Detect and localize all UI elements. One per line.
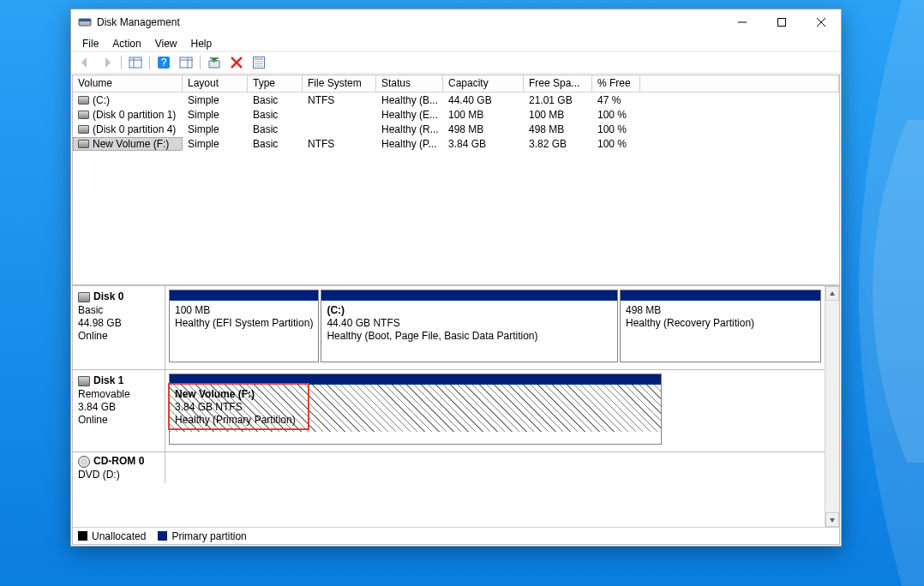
explore-button[interactable] bbox=[204, 53, 225, 72]
cell: Simple bbox=[183, 108, 248, 122]
disk-row-disk1[interactable]: Disk 1 Removable 3.84 GB Online New Volu… bbox=[73, 370, 825, 452]
disk-row-disk0[interactable]: Disk 0 Basic 44.98 GB Online 100 MB Heal… bbox=[73, 286, 825, 370]
cell: 3.82 GB bbox=[524, 137, 592, 151]
menu-action[interactable]: Action bbox=[106, 36, 147, 51]
disk-type: DVD (D:) bbox=[78, 469, 159, 481]
col-volume[interactable]: Volume bbox=[73, 75, 183, 92]
cell: Healthy (R... bbox=[376, 123, 443, 136]
disk-icon bbox=[78, 125, 89, 134]
volume-list-body: (C:) Simple Basic NTFS Healthy (B... 44.… bbox=[73, 93, 839, 284]
scroll-up-button[interactable] bbox=[825, 286, 839, 301]
svg-rect-2 bbox=[778, 19, 786, 27]
col-status[interactable]: Status bbox=[376, 75, 443, 92]
disk-row-cdrom[interactable]: CD-ROM 0 DVD (D:) bbox=[73, 452, 825, 483]
disk-info-panel[interactable]: Disk 0 Basic 44.98 GB Online bbox=[73, 286, 165, 369]
col-capacity[interactable]: Capacity bbox=[443, 75, 524, 92]
toolbar-separator bbox=[198, 53, 202, 72]
partition-header bbox=[170, 290, 318, 301]
show-hide-action-pane-button[interactable] bbox=[176, 53, 196, 72]
close-button[interactable] bbox=[801, 10, 841, 34]
disk-label: Disk 0 bbox=[93, 290, 123, 303]
legend-label: Unallocated bbox=[92, 530, 146, 542]
svg-rect-1 bbox=[79, 19, 91, 21]
cell bbox=[303, 114, 376, 116]
cell: Basic bbox=[248, 93, 303, 107]
partition-title: New Volume (F:) bbox=[175, 388, 656, 401]
disk-icon bbox=[78, 140, 89, 148]
col-spacer bbox=[640, 75, 839, 92]
partition-status: Healthy (Recovery Partition) bbox=[626, 317, 815, 330]
cell: Simple bbox=[183, 93, 248, 107]
menu-view[interactable]: View bbox=[149, 36, 183, 51]
list-item[interactable]: New Volume (F:) Simple Basic NTFS Health… bbox=[73, 136, 839, 151]
show-hide-console-tree-button[interactable] bbox=[125, 53, 146, 72]
cell bbox=[303, 129, 376, 130]
menu-help[interactable]: Help bbox=[185, 36, 219, 51]
partition-status: Healthy (Boot, Page File, Basic Data Par… bbox=[327, 330, 612, 343]
desktop-accent bbox=[850, 0, 924, 586]
disk-graphic-scroll[interactable]: Disk 0 Basic 44.98 GB Online 100 MB Heal… bbox=[73, 286, 825, 527]
disk-icon bbox=[78, 111, 89, 119]
menubar: File Action View Help bbox=[71, 35, 841, 51]
minimize-button[interactable] bbox=[723, 10, 762, 34]
disk-size: 44.98 GB bbox=[78, 317, 159, 330]
swatch-primary bbox=[158, 531, 167, 541]
vertical-scrollbar[interactable] bbox=[825, 286, 839, 527]
partition-new-volume-f[interactable]: New Volume (F:) 3.84 GB NTFS Healthy (Pr… bbox=[169, 374, 662, 445]
list-item[interactable]: (Disk 0 partition 4) Simple Basic Health… bbox=[73, 122, 839, 136]
column-headers[interactable]: Volume Layout Type File System Status Ca… bbox=[73, 75, 839, 93]
disk-info-panel[interactable]: CD-ROM 0 DVD (D:) bbox=[73, 452, 165, 483]
col-free[interactable]: Free Spa... bbox=[524, 75, 592, 92]
volume-list[interactable]: Volume Layout Type File System Status Ca… bbox=[73, 75, 839, 286]
partition-strip bbox=[165, 452, 825, 483]
toolbar-separator bbox=[119, 53, 123, 72]
partition-body: 498 MB Healthy (Recovery Partition) bbox=[621, 301, 820, 335]
list-item[interactable]: (C:) Simple Basic NTFS Healthy (B... 44.… bbox=[73, 93, 839, 107]
partition-efi[interactable]: 100 MB Healthy (EFI System Partition) bbox=[169, 290, 319, 362]
back-button[interactable] bbox=[75, 53, 95, 72]
partition-header bbox=[321, 290, 617, 301]
disk-info-panel[interactable]: Disk 1 Removable 3.84 GB Online bbox=[73, 370, 165, 451]
titlebar[interactable]: Disk Management bbox=[71, 9, 841, 35]
col-type[interactable]: Type bbox=[248, 75, 303, 92]
properties-button[interactable] bbox=[249, 53, 269, 72]
delete-button[interactable] bbox=[226, 53, 247, 72]
partition-header bbox=[621, 290, 820, 301]
volume-name: (Disk 0 partition 4) bbox=[93, 123, 176, 135]
disk-label: CD-ROM 0 bbox=[93, 455, 144, 468]
swatch-unallocated bbox=[78, 531, 87, 541]
partition-body: New Volume (F:) 3.84 GB NTFS Healthy (Pr… bbox=[170, 385, 661, 432]
scrollbar-track[interactable] bbox=[825, 301, 839, 512]
partition-body: 100 MB Healthy (EFI System Partition) bbox=[170, 301, 318, 335]
cell: 498 MB bbox=[524, 123, 592, 136]
window-title: Disk Management bbox=[97, 16, 723, 28]
menu-file[interactable]: File bbox=[76, 36, 105, 51]
partition-c[interactable]: (C:) 44.40 GB NTFS Healthy (Boot, Page F… bbox=[321, 290, 618, 362]
col-pctfree[interactable]: % Free bbox=[592, 75, 640, 92]
cell: Healthy (P... bbox=[376, 137, 443, 151]
list-item[interactable]: (Disk 0 partition 1) Simple Basic Health… bbox=[73, 107, 839, 122]
partition-size: 44.40 GB NTFS bbox=[327, 317, 612, 330]
disk-management-window: Disk Management File Action View Help ? … bbox=[70, 9, 842, 547]
cell: Basic bbox=[248, 123, 303, 136]
cell: Healthy (B... bbox=[376, 93, 443, 107]
app-icon bbox=[78, 15, 92, 29]
scroll-down-button[interactable] bbox=[825, 512, 839, 527]
col-fs[interactable]: File System bbox=[303, 75, 376, 92]
partition-recovery[interactable]: 498 MB Healthy (Recovery Partition) bbox=[620, 290, 821, 362]
maximize-button[interactable] bbox=[762, 10, 801, 34]
content-area: Volume Layout Type File System Status Ca… bbox=[72, 75, 840, 545]
col-layout[interactable]: Layout bbox=[183, 75, 248, 92]
toolbar-separator bbox=[147, 53, 152, 72]
partition-size: 100 MB bbox=[175, 304, 313, 317]
partition-size: 498 MB bbox=[626, 304, 815, 317]
cell: NTFS bbox=[303, 137, 376, 151]
disk-type: Basic bbox=[78, 304, 159, 317]
forward-button[interactable] bbox=[97, 53, 117, 72]
disk-state: Online bbox=[78, 330, 159, 343]
help-button[interactable]: ? bbox=[153, 53, 174, 72]
partition-header bbox=[170, 374, 661, 385]
partition-title: (C:) bbox=[327, 304, 612, 317]
disk-size: 3.84 GB bbox=[78, 401, 159, 414]
partition-status: Healthy (Primary Partition) bbox=[175, 414, 656, 427]
